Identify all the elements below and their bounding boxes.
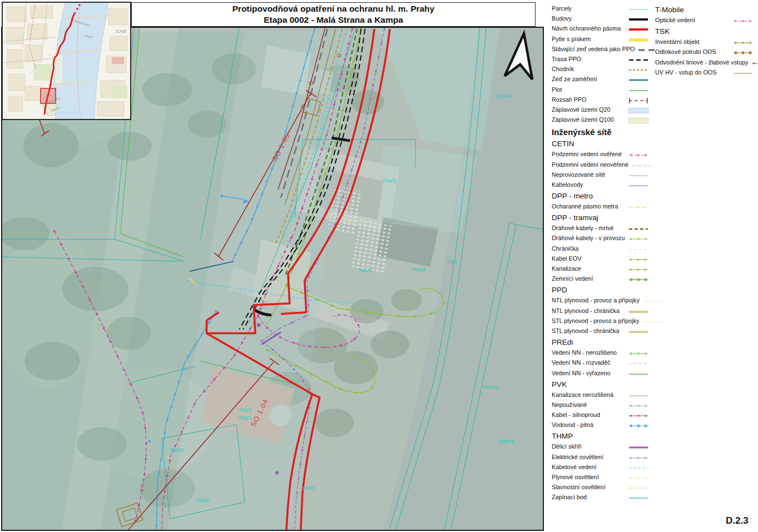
legend-item: Kabel - silnoproud	[552, 410, 650, 420]
legend-item: Slavnostní osvětlení	[552, 482, 650, 492]
legend-swatch-icon	[627, 15, 650, 22]
legend-swatch-graphic	[732, 18, 754, 24]
legend-swatch-graphic	[627, 77, 650, 83]
legend-item-label: Kanalizace	[552, 265, 581, 272]
legend-swatch-graphic	[627, 422, 650, 429]
legend-swatch-icon	[627, 66, 650, 72]
legend-swatch-icon	[627, 245, 650, 252]
legend-swatch-icon	[627, 391, 650, 398]
legend-swatch-graphic	[732, 70, 754, 77]
legend-swatch-graphic	[627, 402, 650, 409]
legend-item: Podzemní vedení ověřené	[552, 149, 650, 159]
legend-item-label: Elektrické osvětlení	[552, 454, 603, 460]
legend-item: Chodník	[552, 64, 650, 74]
legend-item-label: Zapínací bod	[552, 494, 587, 500]
legend-swatch-icon	[642, 297, 664, 304]
legend-swatch-icon	[627, 464, 650, 470]
legend-item-label: Podzemní vedení neověřené	[552, 161, 628, 168]
legend-group-title: PREdi	[552, 337, 650, 347]
legend-swatch-icon	[627, 275, 650, 282]
legend-item-label: Vedení NN - nerozlišeno	[552, 349, 617, 356]
legend-swatch-graphic	[627, 6, 650, 13]
legend-swatch-graphic	[627, 412, 650, 419]
legend-swatch-icon	[627, 171, 650, 178]
legend-swatch-graphic	[627, 475, 650, 481]
legend-item: Parcely	[552, 3, 650, 13]
legend-group-title: THMP	[552, 431, 650, 441]
legend-group-title: PPD	[552, 285, 650, 295]
legend-item: Pytle s pískem	[552, 34, 650, 44]
legend-swatch-icon	[627, 151, 650, 157]
legend-item: Kanalizace	[552, 263, 650, 274]
legend-swatch-icon	[627, 86, 650, 93]
legend-item-label: Plot	[552, 86, 562, 93]
legend-swatch-graphic	[627, 172, 650, 179]
sheet-title-line1: Protipovodňová opatření na ochranu hl. m…	[132, 3, 535, 14]
legend-swatch-graphic	[627, 246, 650, 253]
legend-swatch-icon	[627, 474, 650, 480]
parcel-label: 784/1	[382, 177, 396, 183]
legend-group-title: DPP - metro	[552, 191, 650, 201]
legend-swatch-graphic	[627, 97, 650, 104]
legend-swatch-graphic	[627, 117, 650, 124]
legend-item: Optické vedení	[655, 15, 754, 25]
legend-item: Odvodnění liniové - žlabové vstupy	[655, 57, 754, 67]
sheet-title-line2: Etapa 0002 - Malá Strana a Kampa	[132, 14, 535, 26]
legend-swatch-graphic	[627, 256, 650, 263]
legend-swatch-icon	[627, 265, 650, 272]
legend-swatch-graphic	[627, 485, 650, 491]
parcel-label: 784/2	[358, 267, 372, 274]
parcel-label: 786	[448, 258, 457, 265]
legend-swatch-icon	[627, 116, 650, 123]
legend-item-label: Plynové osvětlení	[552, 474, 599, 480]
legend-swatch-icon	[641, 317, 663, 324]
legend-swatch-icon	[627, 443, 650, 450]
legend-swatch-graphic	[627, 350, 650, 357]
legend-swatch-icon	[627, 421, 650, 428]
legend-item-label: Inventární objekt	[655, 38, 700, 45]
legend-item-label: Budovy	[552, 15, 572, 22]
legend-swatch-graphic	[627, 465, 650, 471]
legend-item: NTL plynovod - chránička	[552, 306, 650, 316]
plan-sheet: 1060/1784/1784/2786704/2780/2780/1780/57…	[0, 0, 758, 532]
legend-swatch-graphic	[627, 16, 650, 23]
legend-swatch-icon	[627, 349, 650, 356]
legend-group-title: DPP - tramvaj	[552, 212, 650, 223]
legend-swatch-icon	[627, 411, 650, 418]
legend-panel: ParcelyBudovyNávrh ochranného pásmaPytle…	[548, 0, 758, 532]
legend-swatch-graphic	[750, 60, 758, 67]
legend-swatch-graphic	[627, 266, 650, 273]
legend-item-label: Kabel - silnoproud	[552, 411, 600, 418]
legend-swatch-graphic	[627, 204, 650, 211]
legend-swatch-icon	[627, 454, 650, 460]
parcel-label: 780/2	[238, 407, 252, 413]
legend-item: Zapínací bod	[552, 492, 650, 502]
legend-item: Vedení NN - rozvaděč	[552, 357, 650, 367]
legend-item-label: Slavnostní osvětlení	[552, 484, 606, 490]
parcel-label: 780/5	[170, 447, 184, 453]
legend-item-label: STL plynovod - chránička	[552, 327, 619, 334]
legend-item-label: Zeď ze zaměření	[552, 76, 597, 82]
legend-item: Vodovod - pitná	[552, 420, 650, 430]
legend-item-label: UV HV - vstup do OOS	[655, 69, 716, 76]
legend-item-label: Vedení NN - vyřazeno	[552, 370, 611, 376]
legend-item-label: Zemnící vedení	[552, 275, 593, 282]
legend-item-label: Chránička	[552, 245, 579, 252]
legend-item: UV HV - vstup do OOS	[655, 67, 754, 77]
legend-swatch-graphic	[627, 455, 650, 461]
legend-swatch-graphic	[627, 37, 650, 43]
legend-item-label: Trasa PPO	[552, 56, 581, 62]
legend-item: Odtokové potrubí OOS	[655, 47, 754, 57]
legend-swatch-graphic	[627, 236, 650, 242]
legend-section-title: Inženýrské sítě	[552, 126, 650, 137]
legend-item: Nepoužívané	[552, 400, 650, 410]
legend-item-label: Stávající zeď vedená jako PPO	[552, 46, 635, 52]
legend-swatch-icon	[627, 327, 650, 334]
legend-swatch-icon	[750, 59, 758, 66]
legend-item-label: Ocharanné pásmo metra	[552, 203, 618, 210]
parcel-label: 780/4	[195, 497, 209, 503]
legend-item: Návrh ochranného pásma	[552, 23, 650, 33]
legend-swatch-graphic	[627, 67, 650, 73]
legend-item-label: Parcely	[552, 5, 572, 12]
legend-swatch-icon	[627, 5, 650, 12]
